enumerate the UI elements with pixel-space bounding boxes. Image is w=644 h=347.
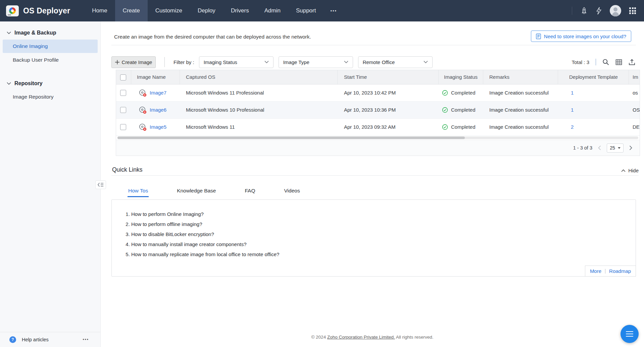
status-value: Completed (451, 119, 476, 135)
search-icon[interactable] (602, 59, 609, 65)
zoho-link[interactable]: Zoho Corporation Private Limited. (327, 335, 395, 340)
export-icon[interactable] (629, 59, 635, 65)
roadmap-link[interactable]: Roadmap (609, 268, 631, 274)
select-all-checkbox[interactable] (120, 74, 126, 82)
nav-item[interactable]: Drivers (223, 0, 257, 21)
sidebar-section-header[interactable]: Repository (0, 79, 100, 88)
plus-icon (115, 60, 119, 64)
how-to-link[interactable]: How to manually replicate image from loc… (131, 249, 636, 259)
chevron-down-icon (7, 32, 11, 34)
page-size-select[interactable]: 25 (607, 143, 624, 153)
sidebar-footer: ? Help articles ••• (0, 332, 100, 347)
toolbar-divider (596, 59, 596, 65)
filter-dropdown[interactable]: Imaging Status (199, 56, 274, 68)
deployment-template-link[interactable]: 1 (571, 90, 574, 96)
toolbar: Create Image Filter by : Imaging Status … (111, 56, 438, 68)
table-rows: Image7 Microsoft Windows 11 Professional… (116, 84, 640, 136)
row-checkbox[interactable] (120, 107, 126, 114)
nav-item[interactable]: Deploy (190, 0, 223, 21)
quick-links-tab[interactable]: FAQ (244, 186, 256, 197)
divider (605, 269, 605, 274)
chevron-down-icon (264, 61, 269, 63)
nav-item[interactable]: Admin (257, 0, 288, 21)
divider (111, 175, 639, 176)
col-captured-os[interactable]: Captured OS (186, 70, 215, 84)
quick-links-tab[interactable]: Knowledge Base (176, 186, 216, 197)
deployment-template-link[interactable]: 2 (571, 124, 574, 130)
column-chooser-icon[interactable] (615, 59, 622, 65)
image-disk-icon (139, 106, 147, 114)
sidebar-section-repository: Repository Image Repository (0, 79, 100, 104)
col-remarks[interactable]: Remarks (489, 70, 509, 84)
nav-item[interactable]: Customize (148, 0, 190, 21)
start-time-value: Apr 10, 2023 09:32 AM (344, 119, 395, 135)
whats-new-rocket-icon[interactable] (580, 7, 588, 15)
quick-links-hide-toggle[interactable]: Hide (621, 168, 639, 173)
create-image-button[interactable]: Create Image (111, 56, 156, 68)
nav-item[interactable]: Home (84, 0, 115, 21)
nav-item[interactable]: Create (115, 0, 148, 21)
sidebar-more-icon[interactable]: ••• (83, 337, 89, 342)
main-content: Create an image from the desired compute… (101, 21, 644, 347)
quick-links-tab[interactable]: How Tos (128, 186, 149, 197)
filter-dropdown[interactable]: Remote Office (358, 56, 433, 68)
brand-name: OS Deployer (23, 6, 70, 15)
images-table: Image Name Captured OS Start Time Imagin… (116, 70, 640, 156)
caret-down-icon (618, 147, 621, 149)
col-image-name[interactable]: Image Name (137, 70, 166, 84)
scrollbar-thumb[interactable] (117, 136, 465, 139)
help-articles-link[interactable]: Help articles (22, 337, 49, 342)
toolbar-divider (164, 57, 165, 67)
sidebar-items: Image Repository (0, 90, 100, 104)
nav-item[interactable]: Support (288, 0, 324, 21)
filter-dropdown[interactable]: Image Type (279, 56, 353, 68)
user-avatar[interactable] (610, 5, 621, 16)
image-name-link[interactable]: Image6 (150, 107, 166, 113)
image-disk-icon (139, 123, 147, 131)
captured-os-value: Microsoft Windows 10 Professional (186, 102, 264, 118)
pagination-range-label: 1 - 3 of 3 (573, 145, 592, 151)
status-value: Completed (451, 84, 476, 101)
floating-menu-button[interactable] (621, 325, 639, 343)
chevron-down-icon (344, 61, 348, 63)
copyright-footer: © 2024 Zoho Corporation Private Limited.… (101, 335, 644, 340)
row-checkbox[interactable] (120, 124, 126, 131)
app-logo-icon (6, 5, 19, 16)
pagination-next-icon[interactable] (629, 146, 632, 150)
col-deployment-template[interactable]: Deployment Template (569, 70, 618, 84)
app-switcher-icon[interactable] (629, 7, 636, 14)
deployment-template-link[interactable]: 1 (571, 107, 574, 113)
help-icon[interactable]: ? (9, 336, 16, 343)
sidebar-item[interactable]: Backup User Profile (3, 53, 98, 67)
total-count-label: Total : 3 (572, 59, 589, 65)
pagination-prev-icon[interactable] (598, 146, 601, 150)
quick-links-tab[interactable]: Videos (284, 186, 301, 197)
horizontal-scrollbar (116, 136, 640, 140)
image-name-link[interactable]: Image7 (150, 90, 166, 96)
sidebar-item[interactable]: Image Repository (3, 90, 98, 104)
store-images-cloud-button[interactable]: Need to store images on your cloud? (531, 31, 631, 42)
how-to-link[interactable]: How to disable BitLocker encryption? (131, 229, 636, 239)
quick-actions-bolt-icon[interactable] (596, 7, 602, 15)
how-tos-list: How to perform Online Imaging? How to pe… (112, 209, 636, 259)
how-to-link[interactable]: How to perform Online Imaging? (131, 209, 636, 219)
nav-more-menu[interactable]: ••• (324, 0, 344, 21)
col-start-time[interactable]: Start Time (344, 70, 367, 84)
captured-os-value: Microsoft Windows 11 Professional (186, 84, 264, 101)
clipped-value: OS (633, 102, 640, 118)
how-to-link[interactable]: How to perform offline imaging? (131, 219, 636, 229)
image-disk-icon (139, 89, 147, 97)
more-link[interactable]: More (590, 268, 601, 274)
row-checkbox[interactable] (120, 90, 126, 97)
sidebar-collapse-icon[interactable] (95, 180, 106, 189)
how-to-link[interactable]: How to manually install image creator co… (131, 239, 636, 249)
sidebar-items: Online Imaging Backup User Profile (0, 40, 100, 67)
brand[interactable]: OS Deployer (6, 0, 70, 21)
col-imaging-status[interactable]: Imaging Status (444, 70, 478, 84)
remarks-value: Image Creation successful (489, 119, 549, 135)
status-success-icon (442, 90, 448, 96)
col-clipped[interactable]: Im (633, 70, 638, 84)
image-name-link[interactable]: Image5 (150, 124, 166, 130)
sidebar-section-header[interactable]: Image & Backup (0, 28, 100, 38)
sidebar-item[interactable]: Online Imaging (3, 40, 98, 53)
